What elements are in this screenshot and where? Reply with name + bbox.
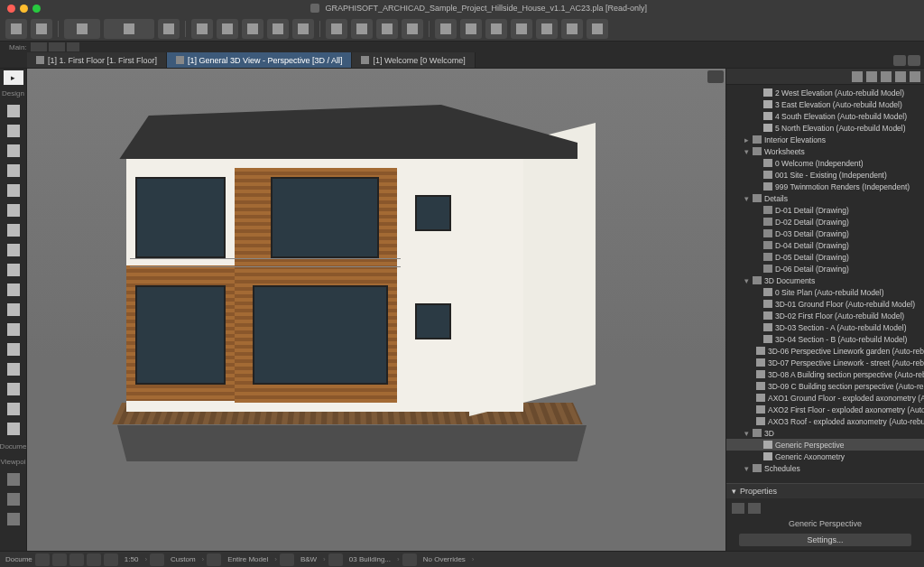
navigator-item[interactable]: ▾Worksheets bbox=[726, 145, 924, 157]
navigator-item[interactable]: 3D-02 First Floor (Auto-rebuild Model) bbox=[726, 310, 924, 321]
navigator-item[interactable]: ▾Schedules bbox=[726, 462, 924, 474]
overrides-label[interactable]: No Overrides bbox=[420, 555, 469, 563]
roof-tool-button[interactable] bbox=[4, 241, 23, 259]
orbit-button[interactable] bbox=[707, 70, 724, 83]
qo-button[interactable] bbox=[69, 553, 84, 566]
mesh-tool-button[interactable] bbox=[4, 380, 23, 398]
lamp-tool-button[interactable] bbox=[4, 420, 23, 438]
tree-icon[interactable] bbox=[866, 71, 877, 82]
navigator-tree[interactable]: 2 West Elevation (Auto-rebuild Model)3 E… bbox=[726, 85, 924, 483]
undo-button[interactable] bbox=[5, 19, 27, 39]
close-window-icon[interactable] bbox=[7, 5, 15, 13]
navigator-item[interactable]: 3D-04 Section - B (Auto-rebuild Model) bbox=[726, 333, 924, 345]
navigator-item[interactable]: Generic Perspective bbox=[726, 439, 924, 451]
document-tab[interactable]: [1] Welcome [0 Welcome] bbox=[352, 52, 475, 68]
tool-i-button[interactable] bbox=[402, 19, 423, 39]
mini-button[interactable] bbox=[49, 42, 65, 51]
navigator-item[interactable]: 3D-03 Section - A (Auto-rebuild Model) bbox=[726, 321, 924, 333]
tool-a-button[interactable] bbox=[191, 19, 213, 39]
folder-icon[interactable] bbox=[881, 71, 892, 82]
tool-o-button[interactable] bbox=[561, 19, 583, 39]
label-tool-button[interactable] bbox=[4, 510, 23, 528]
slab-tool-button[interactable] bbox=[4, 201, 23, 219]
navigator-item[interactable]: 3D-01 Ground Floor (Auto-rebuild Model) bbox=[726, 298, 924, 310]
navigator-item[interactable]: Generic Axonometry bbox=[726, 451, 924, 462]
window-tool-button[interactable] bbox=[4, 142, 23, 160]
new-button[interactable] bbox=[64, 19, 100, 39]
text-tool-button[interactable] bbox=[4, 490, 23, 508]
minimize-window-icon[interactable] bbox=[20, 5, 28, 13]
navigator-item[interactable]: 3D-06 Perspective Linework garden (Auto-… bbox=[726, 345, 924, 357]
qo-button[interactable] bbox=[280, 553, 294, 566]
qo-button[interactable] bbox=[150, 553, 164, 566]
chevron-down-icon[interactable] bbox=[908, 55, 920, 66]
property-icon-button[interactable] bbox=[732, 503, 744, 514]
bw-label[interactable]: B&W bbox=[297, 555, 320, 563]
navigator-item[interactable]: ▾3D Documents bbox=[726, 274, 924, 286]
search-icon[interactable] bbox=[852, 71, 863, 82]
property-icon-button[interactable] bbox=[748, 503, 761, 514]
column-tool-button[interactable] bbox=[4, 162, 23, 180]
dimension-tool-button[interactable] bbox=[4, 470, 23, 488]
settings-button[interactable]: Settings... bbox=[739, 534, 911, 546]
navigator-item[interactable]: D-01 Detail (Drawing) bbox=[726, 204, 924, 216]
qo-button[interactable] bbox=[207, 553, 221, 566]
navigator-item[interactable]: 3D-07 Perspective Linework - street (Aut… bbox=[726, 357, 924, 368]
layout-icon[interactable] bbox=[895, 71, 906, 82]
wall-tool-button[interactable] bbox=[4, 102, 23, 120]
navigator-item[interactable]: 3D-08 A Building section perspective (Au… bbox=[726, 368, 924, 380]
object-tool-button[interactable] bbox=[4, 340, 23, 358]
tool-c-button[interactable] bbox=[242, 19, 263, 39]
zoom-window-icon[interactable] bbox=[32, 5, 41, 13]
tool-g-button[interactable] bbox=[351, 19, 373, 39]
door-tool-button[interactable] bbox=[4, 122, 23, 140]
skylight-tool-button[interactable] bbox=[4, 281, 23, 299]
navigator-item[interactable]: D-02 Detail (Drawing) bbox=[726, 216, 924, 228]
navigator-item[interactable]: ▾3D bbox=[726, 427, 924, 439]
layer-label[interactable]: 03 Building... bbox=[346, 555, 394, 563]
qo-button[interactable] bbox=[328, 553, 343, 566]
properties-header[interactable]: ▾Properties bbox=[726, 484, 924, 498]
document-tab[interactable]: [1] General 3D View - Perspective [3D / … bbox=[167, 52, 352, 68]
tool-p-button[interactable] bbox=[587, 19, 608, 39]
navigator-item[interactable]: D-04 Detail (Drawing) bbox=[726, 239, 924, 251]
qo-button[interactable] bbox=[87, 553, 101, 566]
tool-n-button[interactable] bbox=[536, 19, 558, 39]
stair-tool-button[interactable] bbox=[4, 221, 23, 239]
tool-e-button[interactable] bbox=[292, 19, 314, 39]
qo-button[interactable] bbox=[402, 553, 417, 566]
navigator-item[interactable]: 0 Site Plan (Auto-rebuild Model) bbox=[726, 286, 924, 298]
tool-k-button[interactable] bbox=[460, 19, 482, 39]
navigator-item[interactable]: 3D-09 C Building section perspective (Au… bbox=[726, 380, 924, 392]
navigator-item[interactable]: 2 West Elevation (Auto-rebuild Model) bbox=[726, 87, 924, 98]
navigator-item[interactable]: ▸Interior Elevations bbox=[726, 134, 924, 145]
custom-label[interactable]: Custom bbox=[167, 555, 199, 563]
qo-button[interactable] bbox=[104, 553, 118, 566]
tool-f-button[interactable] bbox=[326, 19, 347, 39]
railing-tool-button[interactable] bbox=[4, 400, 23, 418]
morph-tool-button[interactable] bbox=[4, 321, 23, 339]
mini-button[interactable] bbox=[31, 42, 47, 51]
tool-l-button[interactable] bbox=[485, 19, 507, 39]
navigator-item[interactable]: ▾Details bbox=[726, 192, 924, 204]
zoom-label[interactable]: 1:50 bbox=[121, 555, 143, 563]
navigator-item[interactable]: 5 North Elevation (Auto-rebuild Model) bbox=[726, 122, 924, 134]
beam-tool-button[interactable] bbox=[4, 181, 23, 200]
navigator-item[interactable]: AXO3 Roof - exploded axonometry (Auto-re… bbox=[726, 415, 924, 427]
arrow-tool-button[interactable]: ▸ bbox=[4, 70, 23, 85]
navigator-item[interactable]: AXO1 Ground Floor - exploded axonometry … bbox=[726, 392, 924, 404]
document-tab[interactable]: [1] 1. First Floor [1. First Floor] bbox=[27, 52, 167, 68]
tool-b-button[interactable] bbox=[217, 19, 238, 39]
navigator-item[interactable]: 3 East Elevation (Auto-rebuild Model) bbox=[726, 98, 924, 110]
navigator-item[interactable]: D-03 Detail (Drawing) bbox=[726, 228, 924, 239]
redo-button[interactable] bbox=[31, 19, 52, 39]
navigator-item[interactable]: D-05 Detail (Drawing) bbox=[726, 251, 924, 263]
curtainwall-tool-button[interactable] bbox=[4, 301, 23, 319]
navigator-item[interactable]: AXO2 First Floor - exploded axonometry (… bbox=[726, 404, 924, 415]
view-select-button[interactable] bbox=[104, 19, 154, 39]
navigator-item[interactable]: 999 Twinmotion Renders (Independent) bbox=[726, 181, 924, 192]
navigator-item[interactable]: 001 Site - Existing (Independent) bbox=[726, 169, 924, 181]
3d-viewport[interactable] bbox=[27, 69, 725, 551]
qo-button[interactable] bbox=[35, 553, 50, 566]
tool-h-button[interactable] bbox=[376, 19, 398, 39]
